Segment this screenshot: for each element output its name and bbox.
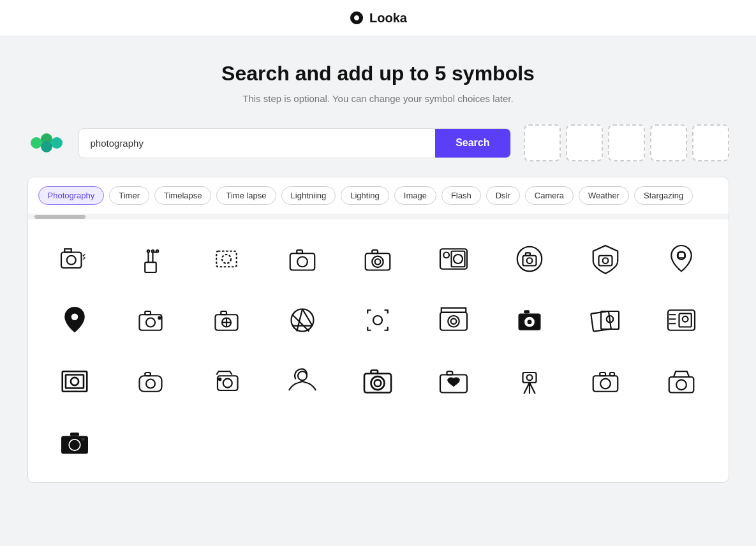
- tag-lighting[interactable]: Lighting: [341, 186, 389, 205]
- icon-cell-3[interactable]: [189, 230, 263, 288]
- svg-point-76: [223, 379, 232, 388]
- symbol-slot-2[interactable]: [566, 124, 603, 161]
- svg-rect-64: [679, 314, 692, 327]
- svg-rect-72: [139, 376, 161, 392]
- tag-lightniing[interactable]: Lightniing: [281, 186, 336, 205]
- svg-point-51: [373, 316, 382, 325]
- svg-rect-99: [81, 438, 84, 441]
- icon-cell-23[interactable]: [341, 352, 415, 411]
- svg-point-5: [67, 256, 76, 265]
- logo: Looka: [349, 10, 407, 26]
- icon-cell-19[interactable]: [38, 352, 112, 411]
- icon-cell-5[interactable]: [341, 230, 415, 288]
- icon-cell-11[interactable]: [114, 291, 187, 350]
- icon-cell-14[interactable]: [341, 291, 415, 350]
- icon-cell-27[interactable]: [645, 352, 718, 411]
- search-box: Search: [78, 128, 511, 158]
- icon-cell-18[interactable]: [645, 291, 718, 350]
- svg-rect-4: [61, 253, 82, 269]
- svg-rect-6: [64, 249, 71, 252]
- svg-line-47: [302, 309, 313, 326]
- svg-rect-14: [216, 251, 237, 267]
- symbol-slot-3[interactable]: [608, 124, 645, 161]
- tag-image[interactable]: Image: [394, 186, 436, 205]
- symbol-slot-5[interactable]: [692, 124, 729, 161]
- tags-row: PhotographyTimerTimelapseTime lapseLight…: [28, 177, 729, 214]
- svg-point-45: [291, 309, 313, 332]
- tag-photography[interactable]: Photography: [38, 186, 105, 205]
- svg-point-3: [41, 141, 52, 152]
- icon-cell-6[interactable]: [417, 230, 491, 288]
- svg-point-39: [158, 317, 161, 320]
- icon-cell-22[interactable]: [265, 352, 339, 411]
- svg-rect-30: [526, 253, 530, 255]
- icon-cell-24[interactable]: [417, 352, 491, 411]
- grid-wrapper: [28, 219, 729, 482]
- svg-line-88: [530, 383, 535, 394]
- svg-point-65: [683, 316, 688, 322]
- tag-camera[interactable]: Camera: [525, 186, 574, 205]
- scroll-hint: [28, 214, 729, 219]
- svg-point-73: [146, 380, 155, 388]
- svg-point-91: [600, 379, 611, 389]
- tag-time-lapse[interactable]: Time lapse: [216, 186, 276, 205]
- tag-weather[interactable]: Weather: [579, 186, 629, 205]
- icon-cell-15[interactable]: [417, 291, 491, 350]
- icons-grid: [28, 219, 729, 482]
- svg-point-81: [374, 380, 382, 387]
- search-input[interactable]: [79, 129, 436, 158]
- svg-point-25: [454, 255, 463, 263]
- svg-rect-93: [610, 373, 614, 376]
- logo-dots-icon: [27, 130, 66, 156]
- tag-stargazing[interactable]: Stargazing: [634, 186, 693, 205]
- svg-rect-31: [599, 256, 612, 266]
- search-row: Search: [27, 124, 729, 161]
- tag-timelapse[interactable]: Timelapse: [154, 186, 211, 205]
- icon-cell-4[interactable]: [265, 230, 339, 288]
- svg-point-17: [297, 257, 308, 267]
- icon-cell-21[interactable]: [189, 352, 263, 411]
- svg-point-86: [527, 375, 533, 381]
- svg-point-95: [676, 380, 686, 390]
- symbol-slot-4[interactable]: [650, 124, 687, 161]
- svg-rect-22: [373, 250, 378, 253]
- svg-point-54: [451, 318, 457, 324]
- svg-rect-97: [70, 432, 79, 436]
- tag-timer[interactable]: Timer: [109, 186, 149, 205]
- icon-cell-13[interactable]: [265, 291, 339, 350]
- svg-point-77: [218, 378, 221, 381]
- svg-rect-42: [221, 311, 226, 314]
- tag-flash[interactable]: Flash: [441, 186, 481, 205]
- svg-rect-59: [524, 310, 530, 313]
- svg-point-29: [527, 258, 533, 263]
- icon-cell-7[interactable]: [493, 230, 567, 288]
- icon-cell-25[interactable]: [493, 352, 567, 411]
- tag-dslr[interactable]: Dslr: [486, 186, 520, 205]
- icon-cell-12[interactable]: [189, 291, 263, 350]
- svg-rect-74: [145, 373, 151, 376]
- svg-point-12: [152, 250, 154, 253]
- icon-cell-26[interactable]: [569, 352, 642, 411]
- icon-cell-8[interactable]: [569, 230, 642, 288]
- icon-cell-28[interactable]: [38, 413, 112, 472]
- icon-cell-16[interactable]: [493, 291, 567, 350]
- svg-point-37: [146, 318, 155, 327]
- icon-cell-1[interactable]: [38, 230, 112, 288]
- main-area: PhotographyTimerTimelapseTime lapseLight…: [27, 177, 729, 483]
- icon-cell-10[interactable]: [38, 291, 112, 350]
- logo-icon: [349, 10, 364, 26]
- header: Looka: [0, 0, 756, 36]
- icon-cell-9[interactable]: [645, 230, 718, 288]
- icon-cell-2[interactable]: [114, 230, 187, 288]
- page-content: Search and add up to 5 symbols This step…: [0, 36, 756, 496]
- scroll-thumb: [34, 215, 85, 219]
- icon-cell-20[interactable]: [114, 352, 187, 411]
- svg-point-58: [528, 320, 532, 324]
- svg-rect-28: [523, 256, 537, 266]
- page-title: Search and add up to 5 symbols: [221, 62, 535, 85]
- svg-point-71: [71, 378, 78, 385]
- search-button[interactable]: Search: [435, 129, 510, 158]
- symbol-slot-1[interactable]: [524, 124, 561, 161]
- svg-point-35: [71, 314, 78, 321]
- icon-cell-17[interactable]: [569, 291, 642, 350]
